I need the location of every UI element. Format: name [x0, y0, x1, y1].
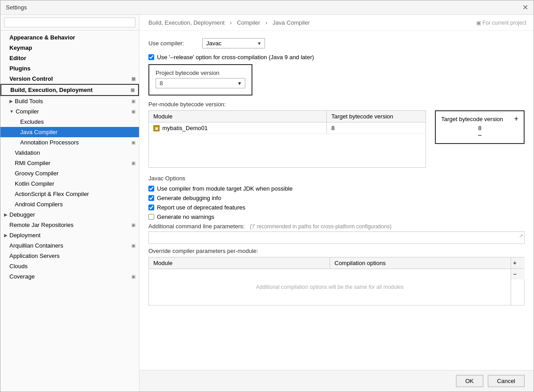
option-module-target-row: Use compiler from module target JDK when…: [148, 185, 525, 192]
sidebar-item-actionscript-flex[interactable]: ActionScript & Flex Compiler: [0, 189, 139, 199]
sidebar-item-appearance[interactable]: Appearance & Behavior: [0, 32, 139, 43]
sidebar-item-label: Editor: [9, 55, 135, 61]
sidebar-item-kotlin-compiler[interactable]: Kotlin Compiler: [0, 179, 139, 189]
breadcrumb-sep2: ›: [265, 19, 269, 26]
close-button[interactable]: ✕: [522, 3, 528, 12]
sidebar-item-deployment[interactable]: ▶Deployment: [0, 230, 139, 240]
sidebar-item-annotation-processors[interactable]: Annotation Processors▣: [0, 137, 139, 148]
breadcrumb-build[interactable]: Build, Execution, Deployment: [148, 19, 225, 26]
panel-content: Use compiler: Javac ▾ Use '--release' op…: [139, 31, 534, 370]
sidebar-item-build-execution[interactable]: Build, Execution, Deployment▣: [0, 84, 139, 96]
breadcrumb-compiler[interactable]: Compiler: [237, 19, 260, 26]
breadcrumb-java-compiler: Java Compiler: [273, 19, 310, 26]
bytecode-label: Project bytecode version 8 ▾: [156, 70, 245, 88]
override-add-button[interactable]: +: [511, 257, 525, 269]
override-options-header: Compilation options: [330, 257, 511, 269]
version-col-header: Target bytecode version: [327, 111, 425, 122]
settings-icon: ▣: [131, 243, 135, 248]
option-no-warnings-checkbox[interactable]: [148, 214, 154, 220]
sidebar-item-label: Appearance & Behavior: [9, 34, 135, 41]
callout-add-button[interactable]: +: [514, 115, 518, 123]
settings-icon: ▣: [131, 274, 135, 279]
sidebar-item-label: Remote Jar Repositories: [9, 222, 130, 228]
sidebar-item-android-compilers[interactable]: Android Compilers: [0, 199, 139, 209]
expand-icon: ↗: [519, 233, 523, 239]
settings-icon: ▣: [131, 222, 135, 227]
sidebar-search-container: [0, 15, 139, 30]
sidebar-item-plugins[interactable]: Plugins: [0, 63, 139, 74]
sidebar-item-arquillian[interactable]: Arquillian Containers▣: [0, 240, 139, 251]
sidebar-item-label: Coverage: [9, 273, 130, 280]
cross-compile-label: Use '--release' option for cross-compila…: [157, 54, 314, 61]
compiler-select[interactable]: Javac ▾: [202, 38, 265, 48]
tree-arrow-icon: ▶: [4, 233, 8, 238]
override-table: Module Compilation options Additional co…: [148, 257, 511, 305]
sidebar-item-label: Keymap: [9, 44, 135, 51]
per-module-table: Module Target bytecode version ▣ mybatis…: [148, 110, 426, 168]
breadcrumb: Build, Execution, Deployment › Compiler …: [139, 15, 534, 31]
tree-arrow-icon: ▶: [4, 212, 8, 217]
settings-window: Settings ✕ Appearance & BehaviorKeymapEd…: [0, 0, 534, 392]
window-title: Settings: [6, 4, 27, 11]
bytecode-select[interactable]: 8 ▾: [156, 78, 245, 88]
module-col-header: Module: [149, 111, 327, 122]
module-icon: ▣: [153, 125, 160, 131]
sidebar-item-rmi-compiler[interactable]: RMI Compiler▣: [0, 158, 139, 168]
chevron-down-icon: ▾: [258, 40, 261, 47]
sidebar-item-java-compiler[interactable]: Java Compiler: [0, 127, 139, 137]
search-input[interactable]: [4, 17, 135, 27]
compiler-label: Use compiler:: [148, 40, 202, 47]
option-debug-checkbox[interactable]: [148, 195, 154, 201]
option-module-target-label: Use compiler from module target JDK when…: [157, 185, 293, 192]
override-header: Module Compilation options: [149, 257, 511, 269]
override-wrapper: Module Compilation options Additional co…: [148, 257, 525, 305]
option-deprecated-checkbox[interactable]: [148, 205, 154, 210]
option-module-target-checkbox[interactable]: [148, 186, 154, 192]
cross-compile-checkbox[interactable]: [148, 54, 154, 60]
sidebar: Appearance & BehaviorKeymapEditorPlugins…: [0, 15, 139, 392]
breadcrumb-sep1: ›: [230, 19, 233, 26]
sidebar-item-groovy-compiler[interactable]: Groovy Compiler: [0, 168, 139, 179]
sidebar-item-label: Clouds: [9, 263, 135, 270]
callout-remove-button[interactable]: −: [478, 131, 482, 139]
per-module-body: ▣ mybatis_Demo01 8: [149, 122, 425, 167]
settings-icon: ▣: [131, 109, 135, 114]
sidebar-item-build-tools[interactable]: ▶Build Tools▣: [0, 96, 139, 106]
cmdline-input-box[interactable]: ↗: [148, 231, 525, 244]
sidebar-item-compiler[interactable]: ▼Compiler▣: [0, 106, 139, 117]
sidebar-item-clouds[interactable]: Clouds: [0, 261, 139, 271]
sidebar-item-label: Excludes: [20, 118, 135, 125]
sidebar-item-excludes[interactable]: Excludes: [0, 117, 139, 127]
javac-options-title: Javac Options: [148, 175, 525, 182]
sidebar-item-app-servers[interactable]: Application Servers: [0, 251, 139, 261]
override-actions: + −: [511, 257, 525, 305]
sidebar-item-label: Plugins: [9, 65, 135, 72]
main-content: Appearance & BehaviorKeymapEditorPlugins…: [0, 15, 534, 392]
sidebar-item-label: Deployment: [9, 232, 135, 239]
option-no-warnings-row: Generate no warnings: [148, 213, 525, 220]
breadcrumb-path: Build, Execution, Deployment › Compiler …: [147, 19, 312, 26]
ok-button[interactable]: OK: [456, 375, 483, 387]
cancel-button[interactable]: Cancel: [488, 375, 525, 387]
bytecode-chevron-icon: ▾: [238, 80, 241, 87]
for-project-link[interactable]: ▣ For current project: [476, 20, 526, 26]
sidebar-item-label: Debugger: [9, 211, 135, 218]
table-row[interactable]: ▣ mybatis_Demo01 8: [149, 122, 425, 134]
sidebar-item-validation[interactable]: Validation: [0, 148, 139, 158]
callout-title: Target bytecode version: [441, 116, 503, 122]
sidebar-item-remote-jar[interactable]: Remote Jar Repositories▣: [0, 220, 139, 230]
sidebar-item-label: Kotlin Compiler: [15, 180, 135, 187]
sidebar-item-coverage[interactable]: Coverage▣: [0, 271, 139, 282]
sidebar-item-editor[interactable]: Editor: [0, 53, 139, 63]
override-remove-button[interactable]: −: [511, 269, 525, 279]
bytecode-outline-box: Project bytecode version 8 ▾: [148, 64, 252, 96]
settings-icon: ▣: [131, 76, 135, 81]
sidebar-item-version-control[interactable]: Version Control▣: [0, 74, 139, 84]
main-panel: Build, Execution, Deployment › Compiler …: [139, 15, 534, 392]
cmdline-container: Additional command line parameters: ('/'…: [148, 223, 525, 244]
sidebar-item-label: Java Compiler: [20, 129, 135, 135]
option-deprecated-row: Report use of deprecated features: [148, 204, 525, 211]
sidebar-item-keymap[interactable]: Keymap: [0, 43, 139, 53]
target-bytecode-callout: Target bytecode version + 8 −: [435, 110, 525, 144]
sidebar-item-debugger[interactable]: ▶Debugger: [0, 209, 139, 220]
